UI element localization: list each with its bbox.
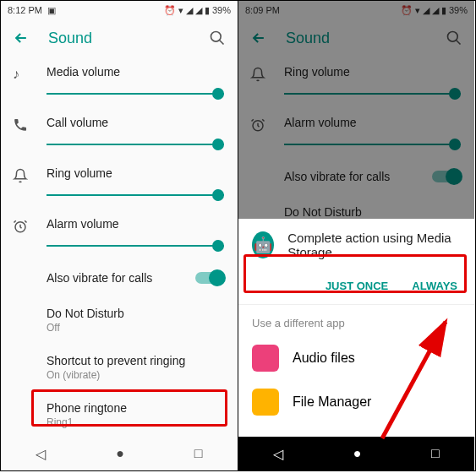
battery-icon: ▮: [205, 5, 210, 16]
media-volume-row[interactable]: ♪ Media volume: [1, 57, 238, 107]
alarm-volume-slider[interactable]: [47, 237, 224, 254]
nav-home[interactable]: ●: [116, 446, 124, 461]
app-label: Audio files: [293, 351, 355, 366]
item-title: Do Not Disturb: [47, 307, 224, 320]
wifi-icon: ▾: [178, 5, 183, 16]
app-icon: [252, 389, 279, 416]
phone-right: 8:09 PM ⏰ ▾ ◢ ◢ ▮ 39% Sound Ring volume …: [238, 1, 474, 470]
highlight-box: [31, 389, 227, 427]
item-title: Shortcut to prevent ringing: [47, 354, 224, 367]
highlight-box: [243, 254, 467, 293]
phone-icon: [13, 116, 47, 133]
slider-label: Call volume: [47, 116, 224, 129]
search-button[interactable]: [209, 30, 226, 46]
nav-recent[interactable]: □: [194, 446, 203, 461]
scrim[interactable]: [238, 1, 474, 251]
call-volume-row[interactable]: Call volume: [1, 107, 238, 158]
status-bar: 8:12 PM ▣ ⏰ ▾ ◢ ◢ ▮ 39%: [1, 1, 238, 19]
signal-icon: ◢: [186, 5, 193, 16]
alarm-icon: [13, 217, 47, 234]
item-subtitle: Off: [47, 322, 224, 334]
slider-label: Ring volume: [47, 166, 224, 180]
app-bar: Sound: [1, 19, 238, 57]
toggle-label: Also vibrate for calls: [47, 271, 195, 285]
svg-line-4: [382, 322, 446, 438]
vibrate-toggle-row[interactable]: Also vibrate for calls: [1, 259, 238, 296]
screenshot-icon: ▣: [47, 5, 56, 16]
ring-volume-row[interactable]: Ring volume: [1, 158, 238, 209]
settings-list[interactable]: ♪ Media volume Call volume Ring volume A…: [1, 57, 238, 438]
nav-home[interactable]: ●: [353, 446, 362, 461]
dnd-item[interactable]: Do Not Disturb Off: [1, 296, 238, 344]
slider-label: Media volume: [47, 65, 224, 79]
app-icon: [252, 345, 279, 372]
bell-icon: [13, 166, 47, 183]
status-time: 8:12 PM: [8, 5, 42, 15]
ring-volume-slider[interactable]: [47, 187, 224, 204]
page-title: Sound: [48, 30, 190, 47]
svg-point-0: [211, 32, 222, 42]
item-subtitle: On (vibrate): [47, 369, 224, 381]
battery-text: 39%: [212, 5, 231, 15]
phone-left: 8:12 PM ▣ ⏰ ▾ ◢ ◢ ▮ 39% Sound ♪ Media vo…: [1, 1, 238, 470]
slider-label: Alarm volume: [47, 217, 224, 231]
status-icons: ⏰ ▾ ◢ ◢ ▮ 39%: [164, 5, 231, 16]
nav-back[interactable]: ◁: [36, 446, 46, 462]
nav-recent[interactable]: □: [431, 446, 440, 461]
arrow-annotation: [365, 312, 467, 447]
alarm-icon: ⏰: [164, 5, 176, 16]
app-label: File Manager: [293, 394, 371, 410]
back-button[interactable]: [13, 30, 30, 46]
call-volume-slider[interactable]: [47, 136, 224, 153]
nav-bar: ◁ ● □: [1, 437, 238, 470]
note-icon: ♪: [13, 65, 47, 82]
alarm-volume-row[interactable]: Alarm volume: [1, 209, 238, 259]
media-volume-slider[interactable]: [47, 85, 224, 102]
vibrate-switch[interactable]: [195, 272, 224, 284]
nav-back[interactable]: ◁: [273, 446, 283, 462]
signal-icon: ◢: [195, 5, 202, 16]
shortcut-item[interactable]: Shortcut to prevent ringing On (vibrate): [1, 344, 238, 391]
